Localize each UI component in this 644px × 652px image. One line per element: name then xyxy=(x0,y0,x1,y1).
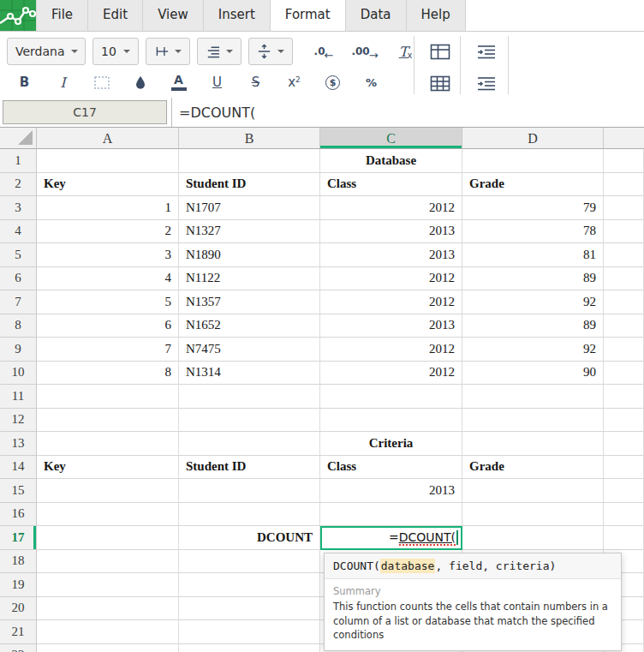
cell-E4[interactable] xyxy=(604,220,644,244)
menu-item-view[interactable]: View xyxy=(143,0,204,31)
row-header-19[interactable]: 19 xyxy=(0,573,37,597)
cell-B8[interactable]: N1652 xyxy=(179,314,320,338)
cell-C1[interactable]: Database xyxy=(320,149,462,173)
row-header-15[interactable]: 15 xyxy=(0,479,37,503)
row-header-9[interactable]: 9 xyxy=(0,338,37,362)
cell-D16[interactable] xyxy=(462,503,604,527)
menu-item-help[interactable]: Help xyxy=(407,0,466,31)
cell-D9[interactable]: 92 xyxy=(462,338,604,362)
cell-B15[interactable] xyxy=(179,479,320,503)
increase-decimals-button[interactable]: .00→ xyxy=(348,39,382,64)
insert-row-below-button[interactable] xyxy=(469,70,504,96)
decrease-decimals-button[interactable]: .0← xyxy=(307,39,341,64)
cell-E7[interactable] xyxy=(604,290,644,314)
cell-E6[interactable] xyxy=(604,267,644,291)
menu-item-file[interactable]: File xyxy=(37,0,88,31)
cell-B18[interactable] xyxy=(179,550,320,574)
cell-A3[interactable]: 1 xyxy=(37,196,179,220)
cell-A5[interactable]: 3 xyxy=(37,243,179,267)
cell-B1[interactable] xyxy=(179,149,320,173)
cell-C17[interactable]: =DCOUNT( xyxy=(320,526,462,550)
cell-D13[interactable] xyxy=(462,432,604,456)
row-header-21[interactable]: 21 xyxy=(0,620,37,644)
cell-C15[interactable]: 2013 xyxy=(320,479,462,503)
cell-B10[interactable]: N1314 xyxy=(179,362,320,386)
cell-A4[interactable]: 2 xyxy=(37,220,179,244)
row-header-8[interactable]: 8 xyxy=(0,314,37,338)
cell-A7[interactable]: 5 xyxy=(37,290,179,314)
row-header-12[interactable]: 12 xyxy=(0,409,37,433)
cell-A1[interactable] xyxy=(37,149,179,173)
row-header-2[interactable]: 2 xyxy=(0,173,37,197)
cell-C14[interactable]: Class xyxy=(320,456,462,480)
underline-button[interactable]: U xyxy=(198,69,236,95)
cell-D2[interactable]: Grade xyxy=(462,173,604,197)
row-header-16[interactable]: 16 xyxy=(0,503,37,527)
column-header-A[interactable]: A xyxy=(37,128,179,149)
text-color-button[interactable]: A xyxy=(159,69,198,95)
cell-E13[interactable] xyxy=(604,432,644,456)
cell-A22[interactable] xyxy=(37,644,179,652)
cell-C9[interactable]: 2012 xyxy=(320,338,462,362)
column-header-D[interactable]: D xyxy=(462,128,604,149)
currency-format-button[interactable]: $ xyxy=(313,69,352,95)
strikethrough-button[interactable]: S xyxy=(236,69,275,95)
cell-A10[interactable]: 8 xyxy=(37,362,179,386)
cell-C4[interactable]: 2013 xyxy=(320,220,462,244)
cell-A9[interactable]: 7 xyxy=(37,338,179,362)
vertical-align-button[interactable] xyxy=(248,38,293,65)
cell-B20[interactable] xyxy=(179,597,320,621)
cell-C3[interactable]: 2012 xyxy=(320,196,462,220)
font-family-select[interactable]: Verdana xyxy=(7,38,86,65)
cell-D14[interactable]: Grade xyxy=(462,456,604,480)
cell-B4[interactable]: N1327 xyxy=(179,220,320,244)
column-header-B[interactable]: B xyxy=(179,128,320,149)
cell-A11[interactable] xyxy=(37,385,179,409)
cell-E17[interactable] xyxy=(604,526,644,550)
cell-E1[interactable] xyxy=(604,149,644,173)
row-header-17[interactable]: 17 xyxy=(0,526,37,550)
row-header-6[interactable]: 6 xyxy=(0,267,37,291)
cell-D7[interactable]: 92 xyxy=(462,290,604,314)
cell-B21[interactable] xyxy=(179,620,320,644)
cell-C2[interactable]: Class xyxy=(320,173,462,197)
row-header-10[interactable]: 10 xyxy=(0,362,37,386)
cell-A17[interactable] xyxy=(37,526,179,550)
superscript-button[interactable]: x2 xyxy=(275,69,313,95)
cell-D15[interactable] xyxy=(462,479,604,503)
horizontal-align-button[interactable] xyxy=(197,38,242,65)
menu-item-data[interactable]: Data xyxy=(346,0,407,31)
row-header-4[interactable]: 4 xyxy=(0,220,37,244)
cell-C13[interactable]: Criteria xyxy=(320,432,462,456)
cell-E9[interactable] xyxy=(604,338,644,362)
cell-D12[interactable] xyxy=(462,409,604,433)
cell-A12[interactable] xyxy=(37,409,179,433)
row-header-13[interactable]: 13 xyxy=(0,432,37,456)
formula-input[interactable]: =DCOUNT( xyxy=(179,98,644,127)
row-header-1[interactable]: 1 xyxy=(0,149,37,173)
cell-C12[interactable] xyxy=(320,409,462,433)
row-header-11[interactable]: 11 xyxy=(0,385,37,409)
menu-item-insert[interactable]: Insert xyxy=(204,0,271,31)
cell-B2[interactable]: Student ID xyxy=(179,173,320,197)
cell-B12[interactable] xyxy=(179,409,320,433)
cell-C8[interactable]: 2013 xyxy=(320,314,462,338)
percent-format-button[interactable]: % xyxy=(352,69,391,95)
insert-row-above-button[interactable] xyxy=(469,39,504,64)
cell-A15[interactable] xyxy=(37,479,179,503)
row-header-20[interactable]: 20 xyxy=(0,597,37,621)
table-grid-button[interactable] xyxy=(423,70,457,96)
cell-D1[interactable] xyxy=(462,149,604,173)
cell-D6[interactable]: 89 xyxy=(462,267,604,291)
row-header-5[interactable]: 5 xyxy=(0,243,37,267)
select-all-corner[interactable] xyxy=(0,128,37,149)
cell-B16[interactable] xyxy=(179,503,320,527)
cell-B17[interactable]: DCOUNT xyxy=(179,526,320,550)
cell-B5[interactable]: N1890 xyxy=(179,243,320,267)
fill-color-button[interactable] xyxy=(121,69,159,95)
cell-E10[interactable] xyxy=(604,362,644,386)
cell-E5[interactable] xyxy=(604,243,644,267)
cell-C10[interactable]: 2012 xyxy=(320,362,462,386)
cell-D4[interactable]: 78 xyxy=(462,220,604,244)
cell-A8[interactable]: 6 xyxy=(37,314,179,338)
